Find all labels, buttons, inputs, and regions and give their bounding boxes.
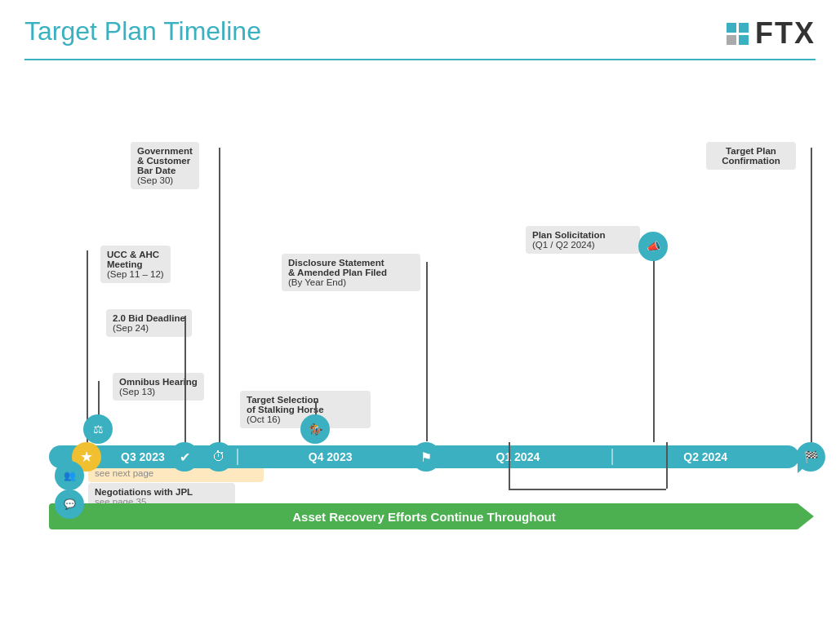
- circle-omnibus: ⚖: [83, 414, 113, 444]
- label-bid: 2.0 Bid Deadline (Sep 24): [106, 309, 192, 337]
- logo-area: FTX: [727, 16, 816, 51]
- label-bid-date: (Sep 24): [113, 323, 149, 333]
- bracket-h: [509, 489, 666, 490]
- circle-confirmation: 🏁: [796, 442, 825, 472]
- header: Target Plan Timeline FTX: [24, 16, 816, 51]
- label-omnibus-date: (Sep 13): [119, 387, 155, 396]
- timeline-area: ⏱ Government& CustomerBar Date (Sep 30) …: [24, 73, 816, 546]
- circle-jpl: 💬: [55, 489, 84, 519]
- label-confirmation: Target PlanConfirmation: [706, 142, 796, 170]
- label-stalking-date: (Oct 16): [247, 414, 281, 424]
- line-bid: [184, 316, 186, 442]
- circle-gov-bar: ⏱: [204, 442, 233, 472]
- label-solicitation-date: (Q1 / Q2 2024): [532, 240, 595, 250]
- logo-squares: [727, 23, 749, 45]
- label-disclosure-title: Disclosure Statement& Amended Plan Filed: [288, 258, 387, 277]
- bracket-v-right: [666, 442, 668, 489]
- label-solicitation: Plan Solicitation (Q1 / Q2 2024): [526, 226, 640, 254]
- label-bid-title: 2.0 Bid Deadline: [113, 313, 185, 323]
- label-omnibus: Omnibus Hearing (Sep 13): [113, 373, 204, 401]
- page-title: Target Plan Timeline: [24, 16, 261, 46]
- segment-q4-2023: Q4 2023: [237, 450, 424, 463]
- green-bar-label: Asset Recovery Efforts Continue Througho…: [292, 510, 556, 524]
- label-gov-bar: Government& CustomerBar Date (Sep 30): [131, 142, 199, 189]
- label-disclosure-date: (By Year End): [288, 277, 346, 287]
- logo-sq-3: [727, 35, 736, 45]
- green-bar: Asset Recovery Efforts Continue Througho…: [49, 503, 799, 529]
- label-gov-bar-title: Government& CustomerBar Date: [137, 146, 193, 175]
- label-jpl-title: Negotiations with JPL: [95, 487, 193, 497]
- label-ucc-title: UCC & AHCMeeting: [107, 250, 159, 269]
- label-solicitation-title: Plan Solicitation: [532, 230, 605, 240]
- header-divider: [24, 59, 816, 60]
- line-disclosure: [426, 262, 428, 441]
- logo-sq-1: [727, 23, 736, 33]
- label-plan-neg-sub: see next page: [95, 468, 153, 478]
- label-confirmation-title: Target PlanConfirmation: [722, 146, 780, 166]
- bracket-v-left: [509, 442, 510, 489]
- logo-sq-2: [739, 23, 749, 33]
- label-ucc-date: (Sep 11 – 12): [107, 269, 164, 279]
- green-bar-arrow: [798, 503, 814, 529]
- line-confirmation: [811, 148, 812, 442]
- segment-q1-2024: Q1 2024: [424, 450, 612, 463]
- logo-sq-4: [739, 35, 749, 45]
- line-gov-bar: [219, 148, 220, 462]
- label-stalking-title: Target Selectionof Stalking Horse: [247, 395, 324, 414]
- circle-solicitation: 📣: [638, 232, 668, 261]
- label-disclosure: Disclosure Statement& Amended Plan Filed…: [282, 254, 420, 291]
- circle-disclosure: ⚑: [411, 442, 441, 472]
- circle-plan-neg: 👥: [55, 461, 84, 490]
- line-solicitation: [653, 260, 655, 442]
- page: Target Plan Timeline FTX ⏱ Government& C…: [0, 0, 840, 620]
- logo-text: FTX: [755, 16, 816, 51]
- label-gov-bar-date: (Sep 30): [137, 175, 173, 185]
- label-ucc: UCC & AHCMeeting (Sep 11 – 12): [100, 246, 171, 283]
- circle-bid: ✔: [170, 442, 199, 472]
- circle-stalking: 🏇: [300, 414, 330, 444]
- segment-q2-2024: Q2 2024: [611, 450, 799, 463]
